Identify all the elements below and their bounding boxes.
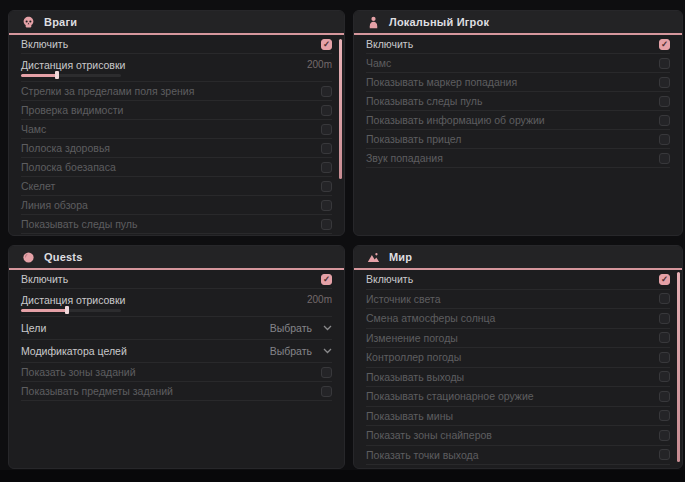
checkbox[interactable]: [659, 449, 670, 460]
panel-header[interactable]: Quests: [9, 246, 344, 270]
checkbox[interactable]: [659, 115, 670, 126]
slider-row[interactable]: Дистанция отрисовки200m: [21, 54, 332, 82]
checkbox[interactable]: [659, 352, 670, 363]
setting-label: Проверка видимости: [21, 104, 123, 116]
scrollbar-thumb[interactable]: [339, 39, 342, 179]
setting-label: Чамс: [21, 123, 46, 135]
checkbox[interactable]: ✓: [321, 39, 332, 50]
panel-quests: Quests Включить✓Дистанция отрисовки200mЦ…: [8, 245, 345, 469]
checkbox-row[interactable]: Показывать мины: [366, 407, 670, 427]
checkbox[interactable]: [659, 293, 670, 304]
checkbox-row[interactable]: Показывать следы пуль: [366, 92, 670, 111]
checkbox[interactable]: [659, 410, 670, 421]
checkbox[interactable]: [321, 367, 332, 378]
checkbox-row[interactable]: Чамс: [366, 54, 670, 73]
dropdown-row[interactable]: Модификатора целейВыбрать: [21, 340, 332, 363]
setting-label: Показывать информацию об оружии: [366, 114, 545, 126]
checkbox[interactable]: [659, 153, 670, 164]
checkbox-row[interactable]: Чамс: [21, 120, 332, 139]
checkbox-row[interactable]: Звук попадания: [366, 149, 670, 168]
checkbox[interactable]: [659, 58, 670, 69]
person-icon: [367, 16, 380, 29]
setting-label: Показать зоны заданий: [21, 366, 136, 378]
checkbox[interactable]: [321, 105, 332, 116]
panel-local-player: Локальный Игрок Включить✓ЧамсПоказывать …: [353, 10, 683, 236]
checkbox[interactable]: [321, 181, 332, 192]
checkbox-row[interactable]: Показать точки выхода: [366, 446, 670, 466]
panel-title: Quests: [44, 251, 83, 263]
checkbox-row[interactable]: Показывать стационарное оружие: [366, 387, 670, 407]
checkbox-row[interactable]: Включить✓: [21, 270, 332, 289]
checkbox-row[interactable]: Линия обзора: [21, 196, 332, 215]
slider-row[interactable]: Дистанция отрисовки200m: [21, 289, 332, 317]
panel-header[interactable]: Враги: [9, 11, 344, 35]
checkbox[interactable]: [659, 77, 670, 88]
slider-thumb[interactable]: [65, 306, 69, 314]
checkbox[interactable]: [321, 200, 332, 211]
check-icon: ✓: [323, 275, 330, 284]
settings-list: Включить✓Дистанция отрисовки200mЦелиВыбр…: [9, 270, 344, 401]
checkbox-row[interactable]: Показывать выходы: [366, 368, 670, 388]
checkbox[interactable]: [321, 162, 332, 173]
scrollbar-thumb[interactable]: [677, 272, 680, 462]
panel-header[interactable]: Мир: [354, 246, 682, 270]
dropdown[interactable]: Выбрать: [270, 345, 332, 357]
checkbox-row[interactable]: Полоска здоровья: [21, 139, 332, 158]
panel-header[interactable]: Локальный Игрок: [354, 11, 682, 35]
slider-thumb[interactable]: [55, 71, 59, 79]
setting-label: Показывать стационарное оружие: [366, 390, 534, 402]
checkbox[interactable]: [659, 391, 670, 402]
checkbox[interactable]: [321, 386, 332, 397]
setting-label: Полоска здоровья: [21, 142, 110, 154]
checkbox-row[interactable]: Показывать предметы заданий: [21, 382, 332, 401]
checkbox[interactable]: [659, 96, 670, 107]
slider-track[interactable]: [21, 74, 121, 77]
checkbox-row[interactable]: Контроллер погоды: [366, 348, 670, 368]
checkbox-row[interactable]: Стрелки за пределами поля зрения: [21, 82, 332, 101]
check-icon: ✓: [661, 40, 668, 49]
checkbox[interactable]: [321, 86, 332, 97]
checkbox[interactable]: ✓: [321, 274, 332, 285]
setting-label: Скелет: [21, 180, 55, 192]
checkbox-row[interactable]: Включить✓: [21, 35, 332, 54]
slider-value: 200m: [307, 294, 332, 305]
panel-world: Мир Включить✓Источник светаСмена атмосфе…: [353, 245, 683, 469]
checkbox-row[interactable]: Проверка видимости: [21, 101, 332, 120]
dropdown-row[interactable]: ЦелиВыбрать: [21, 317, 332, 340]
checkbox-row[interactable]: Показать зоны снайперов: [366, 426, 670, 446]
checkbox-row[interactable]: Изменение погоды: [366, 329, 670, 349]
checkbox[interactable]: [321, 143, 332, 154]
checkbox[interactable]: [321, 219, 332, 230]
checkbox[interactable]: ✓: [659, 274, 670, 285]
checkbox-row[interactable]: Показывать маркер попадания: [366, 73, 670, 92]
setting-label: Линия обзора: [21, 199, 88, 211]
checkbox[interactable]: ✓: [659, 39, 670, 50]
checkbox-row[interactable]: Полоска боезапаса: [21, 158, 332, 177]
setting-label: Включить: [366, 38, 413, 50]
checkbox[interactable]: [659, 332, 670, 343]
checkbox-row[interactable]: Скелет: [21, 177, 332, 196]
setting-label: Включить: [366, 273, 413, 285]
setting-label: Показывать мины: [366, 410, 453, 422]
checkbox-row[interactable]: Включить✓: [366, 270, 670, 290]
setting-label: Показывать следы пуль: [366, 95, 482, 107]
checkbox-row[interactable]: Включить✓: [366, 35, 670, 54]
bottom-bar: [0, 470, 685, 482]
dropdown-value: Выбрать: [270, 322, 312, 334]
slider-track[interactable]: [21, 309, 121, 312]
checkbox-row[interactable]: Показывать информацию об оружии: [366, 111, 670, 130]
checkbox[interactable]: [321, 124, 332, 135]
dropdown[interactable]: Выбрать: [270, 322, 332, 334]
setting-label: Дистанция отрисовки: [21, 294, 125, 306]
mountains-icon: [367, 251, 380, 264]
checkbox[interactable]: [659, 313, 670, 324]
checkbox-row[interactable]: Показать зоны заданий: [21, 363, 332, 382]
checkbox[interactable]: [659, 134, 670, 145]
checkbox-row[interactable]: Показывать прицел: [366, 130, 670, 149]
checkbox[interactable]: [659, 430, 670, 441]
checkbox[interactable]: [659, 371, 670, 382]
checkbox-row[interactable]: Смена атмосферы солнца: [366, 309, 670, 329]
checkbox-row[interactable]: Показывать следы пуль: [21, 215, 332, 234]
setting-label: Показывать маркер попадания: [366, 76, 517, 88]
checkbox-row[interactable]: Источник света: [366, 290, 670, 310]
